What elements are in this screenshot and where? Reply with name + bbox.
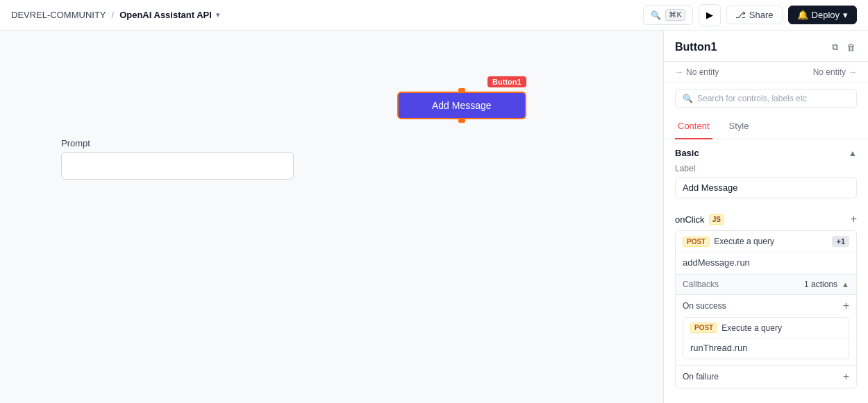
panel-content: Basic ▲ Label onClick JS + POST (664, 139, 868, 403)
search-icon: 🔍 (651, 10, 661, 20)
copy-button[interactable]: ⧉ (831, 40, 840, 54)
tab-content[interactable]: Content (675, 114, 712, 139)
label-field-label: Label (675, 164, 857, 173)
breadcrumb-sep: / (112, 10, 115, 20)
share-button[interactable]: ⎇ Share (726, 6, 783, 24)
inner-query-name: Execute a query (721, 323, 782, 333)
query-card-header: POST Execute a query +1 (676, 231, 856, 252)
panel-title: Button1 (675, 41, 717, 53)
button-tag: Button1 (487, 76, 526, 87)
entity-left-label: No entity (686, 67, 719, 77)
topbar-left: DEVREL-COMMUNITY / OpenAI Assistant API … (11, 10, 220, 20)
callbacks-chevron-icon[interactable]: ▲ (842, 280, 849, 289)
share-icon: ⎇ (735, 10, 746, 20)
resize-handle-bottom[interactable] (458, 119, 465, 123)
plus-badge[interactable]: +1 (832, 236, 849, 247)
on-success-label: On success (683, 301, 726, 311)
inner-post-badge: POST (690, 323, 717, 333)
panel-header-actions: ⧉ 🗑 (831, 40, 857, 54)
search-icon: 🔍 (683, 94, 693, 103)
delete-button[interactable]: 🗑 (845, 40, 857, 54)
main-layout: Prompt Button1 Add Message Button1 ⧉ (0, 31, 868, 403)
share-label: Share (749, 10, 774, 20)
topbar-right: 🔍 ⌘K ▶ ⎇ Share 🔔 Deploy ▾ (643, 4, 857, 26)
add-message-button[interactable]: Add Message (397, 92, 526, 119)
post-badge: POST (683, 237, 710, 247)
query-name: Execute a query (714, 237, 774, 246)
query-card: POST Execute a query +1 addMessage.run C… (675, 230, 857, 388)
on-success-section: On success + POST Execute a query runThr… (676, 294, 856, 359)
search-row: 🔍 Search for controls, labels etc (664, 83, 868, 114)
project-name: DEVREL-COMMUNITY (11, 10, 106, 20)
panel-header: Button1 ⧉ 🗑 (664, 31, 868, 62)
callbacks-header: Callbacks 1 actions ▲ (676, 274, 856, 294)
button-wrapper: Button1 Add Message (397, 92, 526, 119)
trash-icon: 🗑 (846, 42, 856, 53)
inner-query-method: runThread.run (683, 338, 849, 359)
right-panel: Button1 ⧉ 🗑 → No entity No entity → (663, 31, 868, 403)
inner-query-header: POST Execute a query (683, 318, 849, 338)
callbacks-right: 1 actions ▲ (804, 280, 849, 289)
prompt-label: Prompt (61, 138, 90, 148)
search-kbd: ⌘K (665, 9, 685, 21)
play-icon: ▶ (706, 10, 713, 20)
entity-left[interactable]: → No entity (675, 67, 719, 77)
search-placeholder: Search for controls, labels etc (697, 94, 807, 103)
entity-right-label: No entity (813, 67, 846, 77)
js-badge: JS (709, 214, 724, 225)
search-box[interactable]: 🔍 Search for controls, labels etc (675, 89, 857, 108)
chevron-up-icon[interactable]: ▲ (849, 148, 857, 158)
resize-handle-top[interactable] (458, 88, 465, 92)
on-failure-label: On failure (683, 372, 719, 381)
on-failure-header: On failure + (676, 365, 856, 388)
callbacks-label: Callbacks (683, 280, 719, 289)
query-method: addMessage.run (676, 252, 856, 274)
on-success-header: On success + (676, 295, 856, 317)
chevron-down-icon[interactable]: ▾ (216, 10, 220, 19)
arrow-right-icon: → (675, 67, 683, 77)
label-input[interactable] (675, 177, 857, 198)
actions-count: 1 actions (804, 280, 837, 289)
query-card-left: POST Execute a query (683, 237, 774, 247)
entity-row: → No entity No entity → (664, 62, 868, 83)
onclick-add-button[interactable]: + (851, 214, 857, 225)
inner-query-card: POST Execute a query runThread.run (683, 317, 849, 359)
label-field-group: Label (664, 164, 868, 207)
copy-icon: ⧉ (832, 42, 838, 52)
onclick-label: onClick JS (675, 214, 724, 225)
tab-style[interactable]: Style (726, 114, 752, 139)
app-name: OpenAI Assistant API (119, 10, 212, 20)
prompt-input[interactable] (61, 152, 294, 180)
run-button[interactable]: ▶ (699, 4, 721, 26)
bell-icon: 🔔 (797, 10, 808, 20)
topbar: DEVREL-COMMUNITY / OpenAI Assistant API … (0, 0, 868, 31)
canvas: Prompt Button1 Add Message (0, 31, 663, 403)
on-success-add-button[interactable]: + (843, 300, 849, 311)
on-failure-add-button[interactable]: + (843, 371, 849, 382)
deploy-label: Deploy (812, 10, 840, 20)
deploy-chevron-icon: ▾ (843, 10, 848, 20)
basic-section-header: Basic ▲ (664, 139, 868, 164)
basic-section-title: Basic (675, 148, 699, 158)
arrow-left-icon: → (849, 67, 857, 77)
search-button[interactable]: 🔍 ⌘K (643, 5, 692, 25)
deploy-button[interactable]: 🔔 Deploy ▾ (788, 6, 857, 24)
tabs: Content Style (664, 114, 868, 139)
onclick-header: onClick JS + (664, 207, 868, 230)
entity-right[interactable]: No entity → (813, 67, 857, 77)
